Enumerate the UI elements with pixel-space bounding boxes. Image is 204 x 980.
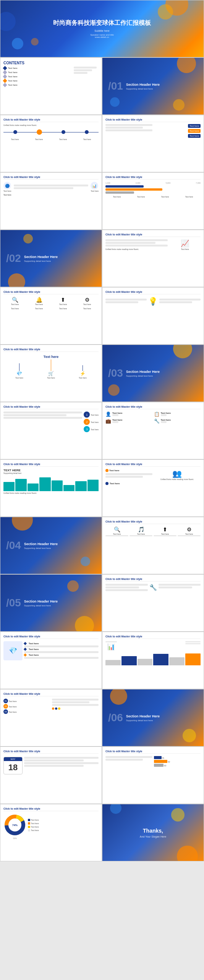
s13-3: 03 <box>3 709 8 714</box>
11b-p2 <box>105 586 139 588</box>
axis-3: 5,000 <box>166 182 171 184</box>
label-a3: Text here <box>52 307 74 310</box>
mb4-title: Text here <box>161 419 171 421</box>
slide-7a-header: Click to edit Master title style <box>3 348 99 352</box>
s13-2: 02 <box>3 704 8 709</box>
contents-item-2: Text here <box>3 71 50 74</box>
leg-1-label: Text here <box>31 819 39 821</box>
bulb-icon: 💡 <box>148 297 158 306</box>
slide-4b-header: Click to edit Master title style <box>105 176 201 180</box>
line-1 <box>19 363 19 371</box>
l3: Text here <box>154 196 176 198</box>
slide-7a-content: Text here 💎 Text here 🛒 Text here ⚡ Text… <box>3 355 99 379</box>
section-02-content: /02 Section Header Here Supporting detai… <box>0 230 102 287</box>
donut-percent: 74% <box>12 824 18 826</box>
12a-p3 <box>24 657 99 659</box>
ph-b1 <box>105 299 147 301</box>
bar-chart-9a <box>3 476 99 491</box>
slide-15a: Click to edit Master title style 74% 50%… <box>0 804 102 861</box>
bc-6 <box>63 485 74 491</box>
ph-2 <box>105 127 143 129</box>
section-06-num: /06 <box>108 712 123 724</box>
13a-ph2 <box>52 701 89 703</box>
12b-ph2 <box>185 641 201 642</box>
diamond-icon-3 <box>3 74 7 78</box>
12b-b2 <box>121 656 137 666</box>
icon-b2: 📋 <box>154 412 160 417</box>
10b-ph1 <box>105 535 128 536</box>
section-05-num: /05 <box>6 597 21 609</box>
contents-item-1: Text here <box>3 67 50 70</box>
icon-grid-4: ⚙ <box>76 297 99 303</box>
slide-6b: Click to edit Master title style 💡 <box>102 287 204 345</box>
icon-grid-2: 🔔 <box>28 297 50 303</box>
line-3 <box>83 365 83 371</box>
icon-b4: 🔧 <box>154 418 160 424</box>
hang-1-label: Text here <box>15 377 23 379</box>
thanks-title: Thanks, <box>140 828 166 834</box>
leg-4-label: Text here <box>31 829 39 831</box>
ph-b4 <box>159 301 192 303</box>
slide-3b-header: Click to edit Master title style <box>105 118 201 122</box>
14a-ph2 <box>24 760 84 761</box>
12b-b6 <box>185 653 201 666</box>
s13-l2: Text here <box>9 706 17 708</box>
section-05-sub: Supporting detail text here <box>24 604 58 607</box>
slide-9b: Click to edit Master title style Text he… <box>102 459 204 517</box>
10b-ph2 <box>130 535 152 536</box>
icon-1: 🔵 <box>3 182 11 189</box>
10b-icon-2: 🎵 <box>130 526 152 532</box>
section-02-header: Section Header Here <box>24 255 58 259</box>
12a-p2 <box>24 651 99 653</box>
8a-p3 <box>3 417 82 419</box>
contents-item-5: Text here <box>3 83 50 87</box>
11b-p3 <box>105 589 148 591</box>
axis-4: 7,000 <box>196 182 201 184</box>
12b-bar-icon: 📊 <box>105 643 117 650</box>
donut-svg: 74% <box>3 813 26 836</box>
ph-3 <box>105 129 152 131</box>
people-icons: 👥 <box>154 469 201 478</box>
thanks-slide: Thanks, And Your Slogan Here <box>102 804 204 861</box>
leg-2-label: Text here <box>31 822 39 825</box>
slide-12b: Click to edit Master title style 📊 <box>102 632 204 689</box>
leg-3-label: Text here <box>31 826 39 828</box>
slide-15a-content: 74% 50% Text here Text here Text here <box>3 813 99 836</box>
slide-9a: Click to edit Master title style TEXT HE… <box>0 459 102 517</box>
slide-3a-body: Unified fonts make reading more fluent. <box>3 124 99 126</box>
slide-10b-icons: 🔍 Text here 🎵 Text here ⬆ Text here ⚙ Te… <box>105 526 201 537</box>
leg-1 <box>28 819 30 821</box>
10b-icon-1: 🔍 <box>105 526 128 532</box>
slide-3b-content: Text here Text here Text here <box>105 124 201 138</box>
slide-11b: Click to edit Master title style 🔧 <box>102 574 204 632</box>
12a-t2: Text here <box>29 648 39 650</box>
icons-grid-2: Text here Text here Text here Text here <box>3 307 99 310</box>
slide-9b-header: Click to edit Master title style <box>105 463 201 467</box>
donut-chart: 74% 50% <box>3 813 26 836</box>
s13-l3: Text here <box>9 711 17 713</box>
title-slide: 时尚商务科技渐变球体工作汇报模板 Subtitle here Speaker n… <box>0 0 204 57</box>
slide-14b-content: 01 02 03 <box>105 756 201 767</box>
mb2-title: Text here <box>161 412 171 414</box>
slide-4a-content: 🔵 Text here 📊 Text here <box>3 182 99 192</box>
13a-bd1 <box>55 707 57 710</box>
d-icon-s1 <box>24 642 27 645</box>
13a-ph3 <box>52 704 99 706</box>
section-02-slide: /02 Section Header Here Supporting detai… <box>0 230 102 287</box>
chart-icon: 📈 <box>181 239 189 248</box>
slide-8b-header: Click to edit Master title style <box>105 405 201 409</box>
8a-p2 <box>3 414 66 416</box>
10b-icon-3: ⬆ <box>154 526 176 532</box>
icon-b1: 👤 <box>105 412 111 417</box>
bc-1 <box>3 482 15 491</box>
slide-8b: Click to edit Master title style 👤 Text … <box>102 402 204 459</box>
diamond-icon-1 <box>3 66 7 70</box>
section-03-content: /03 Section Header Here Supporting detai… <box>102 345 204 402</box>
12b-b4 <box>153 654 168 665</box>
12b-b1 <box>105 660 121 665</box>
body-ph-2 <box>14 187 74 189</box>
tl-1: Text here <box>3 138 26 140</box>
14b-bar-3 <box>154 764 164 767</box>
slide-4b: Click to edit Master title style 1,000 3… <box>102 172 204 230</box>
tl-3: Text here <box>52 138 74 140</box>
